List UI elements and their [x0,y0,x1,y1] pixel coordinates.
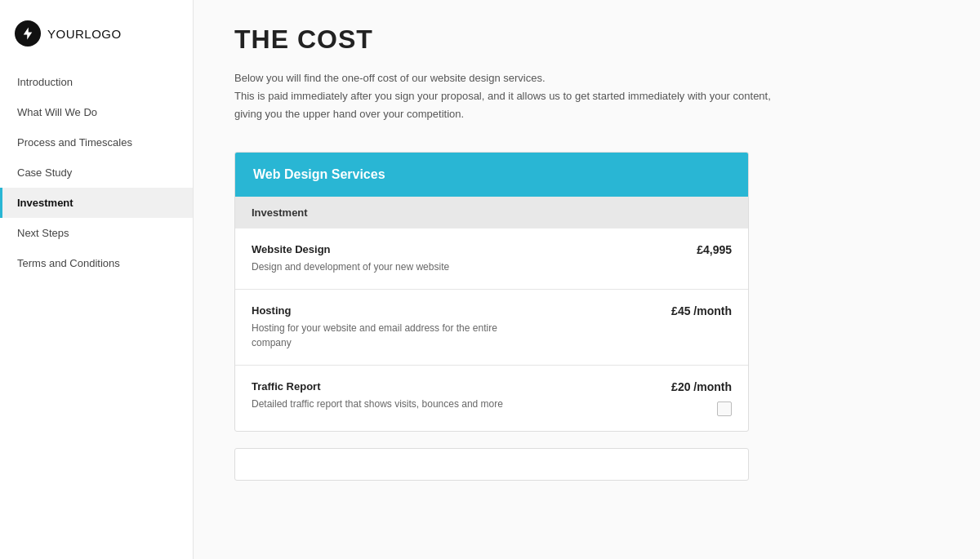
service-item-left-traffic: Traffic Report Detailed traffic report t… [252,380,503,411]
service-item-right-website-design: £4,995 [680,243,732,256]
nav-items: Introduction What Will We Do Process and… [0,67,193,278]
service-price-hosting: £45 /month [655,304,732,317]
sidebar: YOURLOGO Introduction What Will We Do Pr… [0,0,194,559]
sidebar-item-next-steps[interactable]: Next Steps [0,218,193,248]
sidebar-item-investment[interactable]: Investment [0,188,193,218]
lightning-icon [20,26,35,41]
service-desc-website-design: Design and development of your new websi… [252,260,449,274]
service-item-website-design: Website Design Design and development of… [235,228,748,290]
logo-normal: LOGO [84,27,121,41]
service-item-right-traffic: £20 /month [655,380,732,416]
sidebar-item-what-will-we-do[interactable]: What Will We Do [0,97,193,127]
service-item-left-hosting: Hosting Hosting for your website and ema… [252,304,529,350]
service-item-traffic-report: Traffic Report Detailed traffic report t… [235,366,748,431]
sidebar-item-case-study[interactable]: Case Study [0,157,193,188]
service-price-traffic-report: £20 /month [655,380,732,393]
service-desc-traffic-report: Detailed traffic report that shows visit… [252,397,503,411]
subtitle-line1: Below you will find the one-off cost of … [234,72,546,84]
service-name-hosting: Hosting [252,304,529,317]
service-name-traffic-report: Traffic Report [252,380,503,393]
sidebar-item-process-and-timescales[interactable]: Process and Timescales [0,127,193,157]
sidebar-item-introduction[interactable]: Introduction [0,67,193,97]
sidebar-item-terms-and-conditions[interactable]: Terms and Conditions [0,248,193,278]
traffic-report-checkbox[interactable] [717,402,732,416]
logo-icon [15,20,41,47]
logo-area: YOURLOGO [0,12,193,67]
svg-marker-0 [24,28,33,40]
service-item-left: Website Design Design and development of… [252,243,449,274]
service-item-hosting: Hosting Hosting for your website and ema… [235,290,748,366]
service-item-right-hosting: £45 /month [655,304,732,317]
services-card: Web Design Services Investment Website D… [234,152,749,432]
second-card-placeholder [234,448,749,481]
main-content: THE COST Below you will find the one-off… [194,0,980,559]
services-card-header: Web Design Services [235,153,748,197]
service-price-website-design: £4,995 [680,243,732,256]
page-title: THE COST [234,24,939,55]
service-desc-hosting: Hosting for your website and email addre… [252,321,529,350]
page-subtitle: Below you will find the one-off cost of … [234,69,790,123]
subtitle-line2: This is paid immediately after you sign … [234,90,771,120]
investment-section-header: Investment [235,197,748,228]
logo-text: YOURLOGO [47,27,122,41]
logo-bold: YOUR [47,27,84,41]
service-name-website-design: Website Design [252,243,449,255]
